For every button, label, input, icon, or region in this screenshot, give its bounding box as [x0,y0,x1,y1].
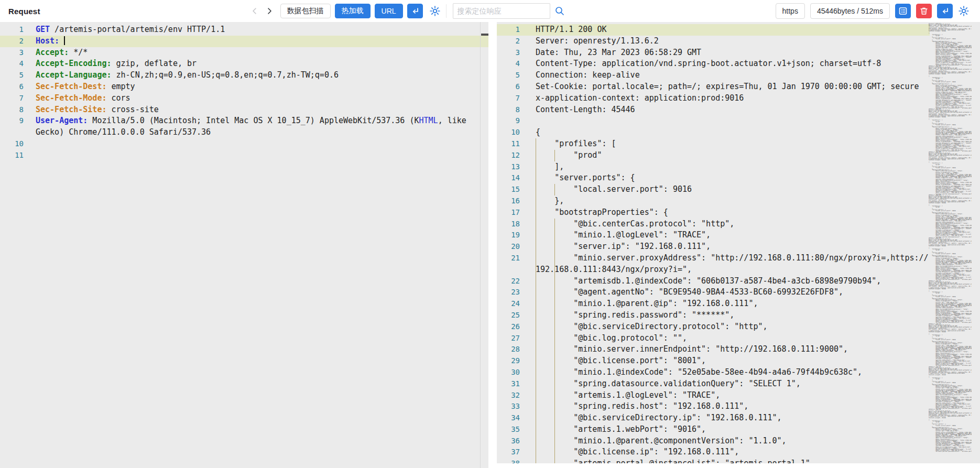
code-line[interactable]: 25 "spring.redis.password": "******", [497,310,930,321]
line-content: Sec-Fetch-Site: cross-site [36,104,478,116]
line-content: "prod" [536,150,930,161]
indent-guide [536,344,536,355]
code-line[interactable]: 12 "prod" [497,150,930,161]
line-number: 22 [497,276,520,287]
code-line[interactable]: 8Sec-Fetch-Site: cross-site [0,104,488,116]
code-line[interactable]: 21 "minio.server.proxyAddress": "http://… [497,253,930,276]
indent-guide [536,424,536,436]
next-packet-button[interactable] [266,7,273,15]
code-line[interactable]: 20 "server.ip": "192.168.0.111", [497,241,930,253]
code-line[interactable]: 24 "minio.1.@parent.@ip": "192.168.0.111… [497,298,930,310]
indent-guide [554,401,555,412]
code-line[interactable]: 14 "server.ports": { [497,172,930,184]
line-number: 25 [497,310,520,321]
line-number: 20 [497,241,520,253]
line-content: "spring.datasource.validationQuery": "SE… [536,378,930,390]
code-line[interactable]: 4Content-Type: application/vnd.spring-bo… [497,58,930,70]
minimap[interactable]: HTTP/1.1 200 OK Server: openresty/1.13.6… [929,23,972,463]
code-line[interactable]: 8Content-Length: 45446 [497,104,930,116]
code-line[interactable]: 30 "minio.1.@indexCode": "52e05abe-58ee-… [497,367,930,378]
code-line[interactable]: 3Date: Thu, 23 Mar 2023 06:58:29 GMT [497,47,930,59]
code-line[interactable]: 23 "@agent.agentNo": "BC9E9540-9BA4-4533… [497,287,930,298]
code-line[interactable]: 15 "local.server.port": 9016 [497,184,930,195]
header-divider [446,4,447,18]
indent-guide [536,276,536,287]
code-line[interactable]: 11 "profiles": [ [497,138,930,150]
code-line[interactable]: 5Accept-Language: zh-CN,zh;q=0.9,en-US;q… [0,70,488,81]
code-line[interactable]: 33 "spring.redis.host": "192.168.0.111", [497,401,930,412]
prev-packet-button[interactable] [251,7,258,15]
code-line[interactable]: 9 [497,115,930,127]
code-line[interactable]: 7Sec-Fetch-Mode: cors [0,93,488,104]
line-content: HTTP/1.1 200 OK [536,24,930,36]
line-number: 23 [497,287,520,298]
code-line[interactable]: 32 "artemis.1.@logLevel": "TRACE", [497,390,930,401]
indent-guide [554,367,555,378]
line-number: 28 [497,344,520,355]
line-number: 12 [497,150,520,161]
response-editor[interactable]: 1HTTP/1.1 200 OK2Server: openresty/1.13.… [497,22,980,468]
code-line[interactable]: 13 ], [497,161,930,173]
code-line[interactable]: 2Host: [0,36,488,47]
code-line[interactable]: 16 }, [497,195,930,207]
code-line[interactable]: 31 "spring.datasource.validationQuery": … [497,378,930,390]
code-line[interactable]: 6Sec-Fetch-Dest: empty [0,81,488,93]
url-button[interactable]: URL [375,4,403,18]
code-line[interactable]: 26 "@bic.serviceDirectory.protocol": "ht… [497,321,930,333]
packet-detail-button[interactable] [895,4,911,18]
line-content: "artemis.1.webPort": "9016", [536,424,930,436]
indent-guide [554,298,555,310]
delete-button[interactable] [916,4,932,18]
code-line[interactable]: 1HTTP/1.1 200 OK [497,24,930,36]
indent-guide [554,310,555,321]
line-number: 2 [497,36,520,47]
code-line[interactable]: 37 "@bic.license.ip": "192.168.0.111", [497,447,930,458]
code-line[interactable]: 22 "artemisdb.1.@indexCode": "606b0137-a… [497,276,930,287]
code-line[interactable]: 17 "bootstrapProperties": { [497,207,930,219]
line-number: 7 [0,93,24,104]
code-line[interactable]: 34 "@bic.serviceDirectory.ip": "192.168.… [497,412,930,424]
code-line[interactable]: 10 [0,138,488,150]
code-line[interactable]: 29 "@bic.license.port": "8001", [497,355,930,367]
code-line[interactable]: 4Accept-Encoding: gzip, deflate, br [0,58,488,70]
code-line[interactable]: 5Connection: keep-alive [497,70,930,81]
request-settings-button[interactable] [429,5,441,17]
line-number: 5 [497,70,520,81]
send-newline-button[interactable] [407,4,423,18]
packet-scan-button[interactable]: 数据包扫描 [280,4,331,18]
code-line[interactable]: 27 "@bic.log.protocol": "", [497,333,930,344]
code-line[interactable]: 3Accept: */* [0,47,488,59]
code-line[interactable]: 9User-Agent: Mozilla/5.0 (Macintosh; Int… [0,115,488,138]
search-button[interactable] [554,6,565,16]
horizontal-scrollbar-track[interactable] [497,463,980,468]
detail-list-icon [899,7,907,15]
response-search-input[interactable] [453,3,550,19]
indent-guide [536,436,536,447]
code-line[interactable]: 10{ [497,127,930,138]
response-settings-button[interactable] [958,5,970,17]
indent-guide [536,241,536,253]
response-newline-button[interactable] [937,4,953,18]
indent-guide [536,253,536,276]
indent-guide [554,436,555,447]
indent-guide [536,412,536,424]
line-number: 2 [0,36,24,47]
code-line[interactable]: 19 "minio.1.@logLevel": "TRACE", [497,230,930,241]
code-line[interactable]: 11 [0,150,488,161]
code-line[interactable]: 6Set-Cookie: portal.locale=; path=/; exp… [497,81,930,93]
code-line[interactable]: 7x-application-context: application:prod… [497,93,930,104]
line-content: "server.ip": "192.168.0.111", [536,241,930,253]
indent-guide [554,424,555,436]
code-line[interactable]: 35 "artemis.1.webPort": "9016", [497,424,930,436]
code-line[interactable]: 36 "minio.1.@parent.@componentVersion": … [497,436,930,447]
enter-arrow-icon [941,7,949,15]
code-line[interactable]: 2Server: openresty/1.13.6.2 [497,36,930,47]
line-number: 4 [0,58,24,70]
line-content: ], [536,161,930,173]
indent-guide [554,321,555,333]
hot-reload-button[interactable]: 热加载 [335,4,371,18]
request-editor[interactable]: 1GET /artemis-portal/artemis/env HTTP/1.… [0,22,488,468]
code-line[interactable]: 18 "@bic.centerCas.protocol": "http", [497,219,930,230]
code-line[interactable]: 28 "minio.server.innerEndpoint": "http:/… [497,344,930,355]
code-line[interactable]: 1GET /artemis-portal/artemis/env HTTP/1.… [0,24,488,36]
